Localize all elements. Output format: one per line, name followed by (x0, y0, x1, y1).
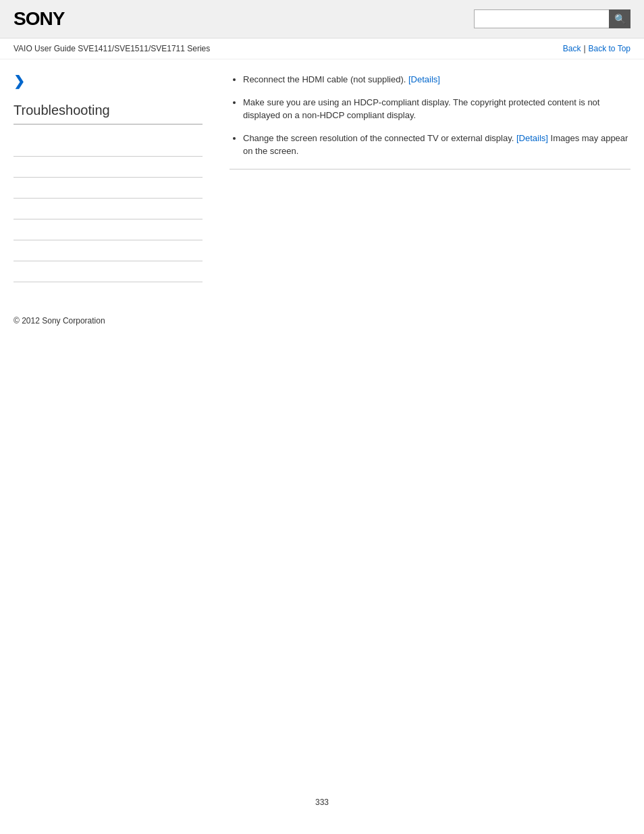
sidebar-nav (14, 136, 203, 282)
sidebar-title: Troubleshooting (14, 103, 203, 125)
content-list: Reconnect the HDMI cable (not supplied).… (230, 73, 630, 158)
bullet1-details-link[interactable]: [Details] (408, 74, 440, 84)
sony-logo: SONY (14, 8, 64, 30)
sidebar-nav-link[interactable] (14, 225, 203, 234)
list-item (14, 219, 203, 240)
footer-copyright: © 2012 Sony Corporation (0, 303, 644, 339)
header: SONY 🔍 (0, 0, 644, 38)
search-icon: 🔍 (614, 14, 626, 24)
breadcrumb-arrow[interactable]: ❯ (14, 73, 203, 89)
sidebar-nav-link[interactable] (14, 246, 203, 255)
nav-separator: | (583, 44, 585, 53)
nav-links: Back | Back to Top (563, 44, 630, 53)
bullet3-text: Change the screen resolution of the conn… (243, 133, 516, 143)
sidebar-nav-link[interactable] (14, 141, 203, 151)
search-input[interactable] (474, 9, 609, 28)
back-to-top-link[interactable]: Back to Top (589, 44, 630, 53)
back-to-top-label: Back to Top (589, 44, 630, 53)
list-item (14, 157, 203, 178)
sidebar-nav-link[interactable] (14, 204, 203, 213)
nav-title: VAIO User Guide SVE1411/SVE1511/SVE1711 … (14, 44, 210, 53)
list-item (14, 261, 203, 282)
list-item (14, 136, 203, 157)
bullet2-text: Make sure you are using an HDCP-complian… (243, 97, 599, 121)
bullet3-details-link[interactable]: [Details] (516, 133, 548, 143)
search-button[interactable]: 🔍 (609, 9, 630, 28)
list-item (14, 178, 203, 199)
sidebar-nav-link[interactable] (14, 267, 203, 276)
content-divider (230, 169, 630, 170)
copyright-text: © 2012 Sony Corporation (14, 316, 105, 325)
search-area: 🔍 (474, 9, 630, 28)
list-item: Reconnect the HDMI cable (not supplied).… (243, 73, 630, 86)
list-item (14, 199, 203, 219)
list-item (14, 240, 203, 261)
sidebar-nav-link[interactable] (14, 162, 203, 172)
content-area: Reconnect the HDMI cable (not supplied).… (216, 73, 630, 282)
main-content: ❯ Troubleshooting (0, 59, 644, 296)
sidebar: ❯ Troubleshooting (14, 73, 216, 282)
back-link[interactable]: Back (563, 44, 581, 53)
list-item: Make sure you are using an HDCP-complian… (243, 96, 630, 122)
bullet1-text: Reconnect the HDMI cable (not supplied). (243, 74, 408, 84)
list-item: Change the screen resolution of the conn… (243, 132, 630, 158)
nav-bar: VAIO User Guide SVE1411/SVE1511/SVE1711 … (0, 38, 644, 59)
page-number: 333 (0, 784, 644, 820)
sidebar-nav-link[interactable] (14, 183, 203, 192)
